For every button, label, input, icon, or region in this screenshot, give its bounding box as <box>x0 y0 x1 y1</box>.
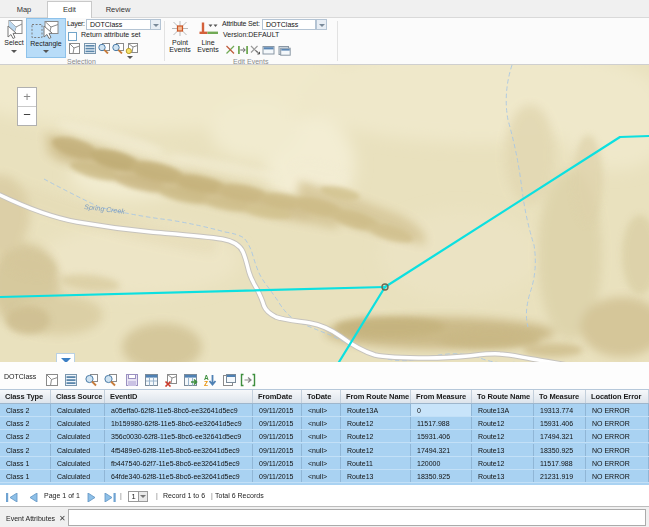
svg-text:Z: Z <box>204 380 208 387</box>
